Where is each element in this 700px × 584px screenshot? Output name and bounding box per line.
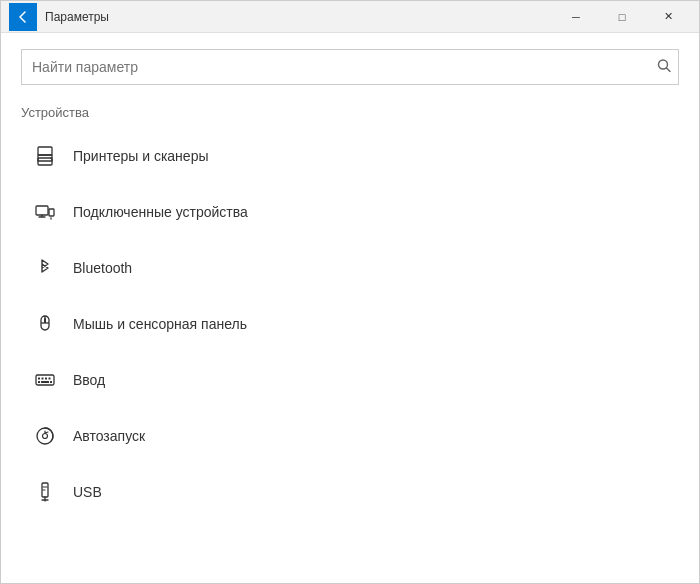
close-button[interactable]: ✕ xyxy=(645,1,691,33)
svg-rect-16 xyxy=(38,381,40,383)
menu-item-connected-devices-label: Подключенные устройства xyxy=(73,204,248,220)
menu-item-mouse-label: Мышь и сенсорная панель xyxy=(73,316,247,332)
search-container xyxy=(21,49,679,85)
svg-rect-5 xyxy=(36,206,48,215)
connected-devices-icon xyxy=(31,198,59,226)
menu-item-bluetooth-label: Bluetooth xyxy=(73,260,132,276)
bluetooth-icon xyxy=(31,254,59,282)
search-input[interactable] xyxy=(21,49,679,85)
autoplay-icon xyxy=(31,422,59,450)
svg-rect-13 xyxy=(42,378,44,380)
minimize-button[interactable]: ─ xyxy=(553,1,599,33)
menu-item-mouse[interactable]: Мышь и сенсорная панель xyxy=(21,296,679,352)
svg-rect-17 xyxy=(41,381,49,383)
menu-item-autoplay[interactable]: Автозапуск xyxy=(21,408,679,464)
mouse-icon xyxy=(31,310,59,338)
menu-item-input-label: Ввод xyxy=(73,372,105,388)
svg-rect-12 xyxy=(38,378,40,380)
section-title: Устройства xyxy=(21,105,679,120)
svg-line-1 xyxy=(667,68,671,72)
svg-rect-15 xyxy=(49,378,51,380)
menu-item-printers[interactable]: Принтеры и сканеры xyxy=(21,128,679,184)
menu-list: Принтеры и сканеры Подключенные устройст… xyxy=(21,128,679,520)
menu-item-connected-devices[interactable]: Подключенные устройства xyxy=(21,184,679,240)
usb-icon xyxy=(31,478,59,506)
svg-rect-14 xyxy=(45,378,47,380)
title-bar: Параметры ─ □ ✕ xyxy=(1,1,699,33)
svg-rect-2 xyxy=(38,147,52,155)
back-button[interactable] xyxy=(9,3,37,31)
content-area: Устройства Принтеры и сканеры xyxy=(1,33,699,583)
menu-item-bluetooth[interactable]: Bluetooth xyxy=(21,240,679,296)
svg-rect-18 xyxy=(50,381,52,383)
keyboard-icon xyxy=(31,366,59,394)
svg-rect-11 xyxy=(36,375,54,385)
menu-item-autoplay-label: Автозапуск xyxy=(73,428,145,444)
maximize-button[interactable]: □ xyxy=(599,1,645,33)
menu-item-input[interactable]: Ввод xyxy=(21,352,679,408)
window: Параметры ─ □ ✕ Устройства xyxy=(0,0,700,584)
window-controls: ─ □ ✕ xyxy=(553,1,691,33)
menu-item-usb[interactable]: USB xyxy=(21,464,679,520)
printer-icon xyxy=(31,142,59,170)
svg-point-4 xyxy=(50,157,52,159)
svg-point-20 xyxy=(43,434,48,439)
window-title: Параметры xyxy=(45,10,553,24)
menu-item-usb-label: USB xyxy=(73,484,102,500)
search-icon xyxy=(657,59,671,76)
svg-rect-6 xyxy=(49,209,54,216)
menu-item-printers-label: Принтеры и сканеры xyxy=(73,148,208,164)
